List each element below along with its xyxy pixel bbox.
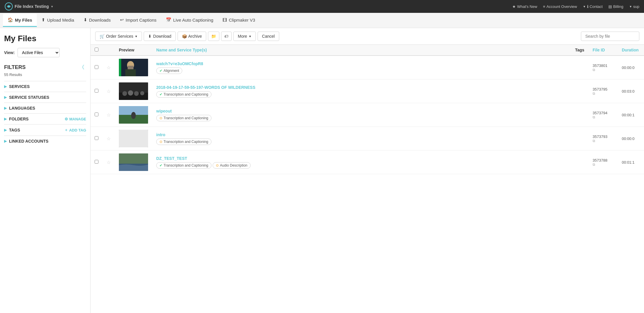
- file-name-link[interactable]: DZ_TEST_TEST: [156, 156, 187, 161]
- row-tags-cell: [571, 79, 589, 103]
- contact-link[interactable]: ▼ ℹ Contact: [583, 4, 603, 9]
- row-fileid-cell: 3573801 ⧉: [589, 56, 618, 79]
- chevron-right-icon: ▶: [4, 84, 7, 89]
- star-button[interactable]: ☆: [107, 65, 111, 70]
- star-button[interactable]: ☆: [107, 89, 111, 94]
- nav-live-auto-captioning[interactable]: 📅 Live Auto Captioning: [161, 14, 218, 27]
- archive-button[interactable]: 📦 Archive: [178, 32, 206, 41]
- service-badges: ✔ Alignment: [156, 66, 567, 74]
- secondary-nav: 🏠 My Files ⬆ Upload Media ⬇ Downloads ↩ …: [0, 13, 644, 28]
- row-fileid-cell: 3573795 ⧉: [589, 79, 618, 103]
- chevron-right-icon3: ▶: [4, 106, 7, 110]
- row-checkbox[interactable]: [95, 160, 98, 164]
- list-icon: ≡: [543, 4, 545, 9]
- filter-tags-label: TAGS: [9, 128, 20, 132]
- nav-my-files[interactable]: 🏠 My Files: [3, 14, 37, 27]
- row-checkbox[interactable]: [95, 136, 98, 140]
- brand-logo[interactable]: File Index Testing ▼: [5, 2, 53, 11]
- row-duration-cell: 00:00:1: [618, 103, 644, 127]
- search-input[interactable]: [581, 32, 639, 41]
- thumbnail: [119, 106, 148, 124]
- star-button[interactable]: ☆: [107, 113, 111, 117]
- project-chevron-icon: ▼: [51, 5, 53, 8]
- row-fileid-cell: 3573794 ⧉: [589, 103, 618, 127]
- select-all-checkbox[interactable]: [95, 48, 98, 51]
- copy-icon[interactable]: ⧉: [593, 139, 614, 143]
- filter-folders-header[interactable]: ▶ FOLDERS ⚙ Manage: [4, 117, 86, 121]
- copy-icon[interactable]: ⧉: [593, 115, 614, 119]
- sup-link[interactable]: ▼ sup: [629, 4, 639, 9]
- page-title: My Files: [4, 34, 86, 43]
- row-tags-cell: [571, 56, 589, 79]
- col-duration-header[interactable]: Duration: [618, 45, 644, 56]
- file-name-link[interactable]: intro: [156, 132, 165, 137]
- filter-tags-header[interactable]: ▶ TAGS ＋ Add Tag: [4, 127, 86, 133]
- results-count: 55 Results: [4, 72, 86, 77]
- download-icon: ⬇: [84, 17, 87, 23]
- manage-folders-button[interactable]: ⚙ Manage: [65, 117, 86, 121]
- filter-statuses-header[interactable]: ▶ SERVICE STATUSES: [4, 95, 86, 100]
- chevron-right-icon6: ▶: [4, 139, 7, 143]
- col-name-header[interactable]: Name and Service Type(s): [152, 45, 571, 56]
- calendar-icon: 📅: [166, 17, 171, 23]
- view-select[interactable]: Active Files Archived Files All Files: [18, 48, 60, 57]
- file-id: 3573794: [593, 111, 607, 115]
- duration-text: 00:00:0: [622, 136, 634, 141]
- row-checkbox[interactable]: [95, 89, 98, 93]
- top-nav: File Index Testing ▼ ★ What's New ≡ Acco…: [0, 0, 644, 13]
- copy-icon[interactable]: ⧉: [593, 68, 614, 72]
- service-badge: ✔ Transcription and Captioning: [156, 91, 211, 98]
- more-button[interactable]: More ▼: [233, 32, 256, 41]
- star-button[interactable]: ☆: [107, 136, 111, 141]
- order-services-button[interactable]: 🛒 Order Services ▼: [95, 32, 142, 41]
- download-btn-icon: ⬇: [148, 34, 152, 39]
- row-name-cell: intro ⊙ Transcription and Captioning: [152, 127, 571, 151]
- download-button[interactable]: ⬇ Download: [144, 32, 176, 41]
- collapse-filters-button[interactable]: 《: [77, 63, 86, 71]
- row-checkbox[interactable]: [95, 113, 98, 116]
- nav-clipmaker[interactable]: 🎞 Clipmaker V3: [218, 14, 260, 27]
- file-name-link[interactable]: wipeout: [156, 109, 172, 113]
- duration-text: 00:01:1: [622, 160, 634, 165]
- page-content: My Files View: Active Files Archived Fil…: [0, 28, 644, 313]
- archive-icon: 📦: [182, 34, 187, 39]
- col-star-header: [103, 45, 115, 56]
- filters-header: FILTERS 《: [4, 63, 86, 71]
- nav-import-captions[interactable]: ↩ Import Captions: [115, 14, 161, 27]
- row-duration-cell: 00:03:0: [618, 79, 644, 103]
- nav-downloads[interactable]: ⬇ Downloads: [79, 14, 115, 27]
- row-fileid-cell: 3573788 ⧉: [589, 151, 618, 174]
- filter-services-header[interactable]: ▶ SERVICES: [4, 84, 86, 89]
- tag-button[interactable]: 🏷: [221, 32, 232, 41]
- whats-new-link[interactable]: ★ What's New: [512, 4, 537, 9]
- billing-link[interactable]: ▤ Billing: [608, 4, 623, 9]
- copy-icon[interactable]: ⧉: [593, 91, 614, 96]
- row-checkbox-cell: [91, 103, 103, 127]
- file-name-link[interactable]: watch?v=e3uOMCfopR8: [156, 61, 203, 66]
- col-fileid-header[interactable]: File ID: [589, 45, 618, 56]
- filter-services-label: SERVICES: [9, 84, 30, 89]
- toolbar: 🛒 Order Services ▼ ⬇ Download 📦 Archive …: [91, 28, 644, 45]
- status-icon: ⊙: [159, 116, 162, 120]
- project-name[interactable]: File Index Testing: [15, 4, 49, 9]
- thumbnail: [119, 82, 148, 100]
- star-button[interactable]: ☆: [107, 160, 111, 165]
- folder-button[interactable]: 📁: [208, 32, 219, 41]
- copy-icon[interactable]: ⧉: [593, 162, 614, 167]
- status-icon: ✔: [159, 92, 162, 96]
- file-name-link[interactable]: 2018-04-19-17-59-55-197-WORDS OF WILDERN…: [156, 85, 255, 90]
- row-star-cell: ☆: [103, 56, 115, 79]
- top-nav-links: ★ What's New ≡ Account Overview ▼ ℹ Cont…: [512, 4, 639, 9]
- row-name-cell: 2018-04-19-17-59-55-197-WORDS OF WILDERN…: [152, 79, 571, 103]
- file-table-body: ☆ watch?v=e3uOMCfopR8 ✔ Alignment 357380…: [91, 56, 644, 174]
- row-checkbox[interactable]: [95, 65, 98, 69]
- nav-upload-media[interactable]: ⬆ Upload Media: [37, 14, 79, 27]
- tag-icon: 🏷: [224, 34, 228, 39]
- cancel-button[interactable]: Cancel: [258, 32, 279, 41]
- filter-linked-accounts-header[interactable]: ▶ LINKED ACCOUNTS: [4, 139, 86, 143]
- account-overview-link[interactable]: ≡ Account Overview: [543, 4, 577, 9]
- row-preview-cell: [115, 56, 152, 79]
- filter-languages-header[interactable]: ▶ LANGUAGES: [4, 106, 86, 110]
- add-tag-button[interactable]: ＋ Add Tag: [64, 127, 86, 133]
- service-badge: ✔ Alignment: [156, 68, 182, 74]
